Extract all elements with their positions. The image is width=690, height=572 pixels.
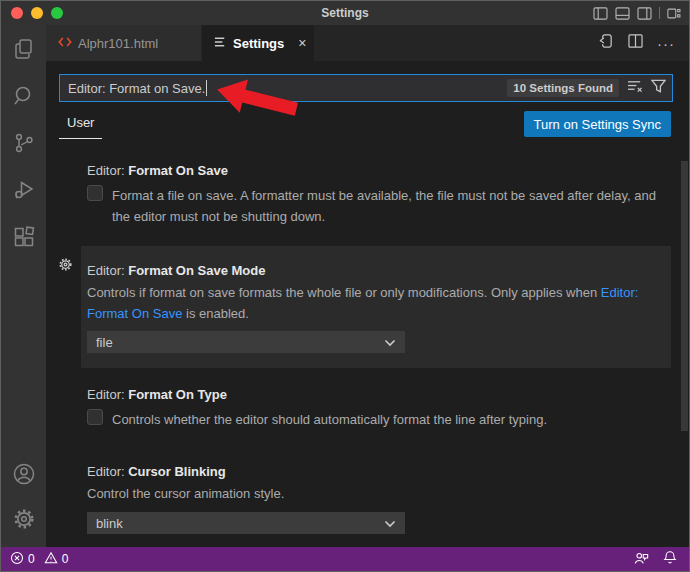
text-cursor [206,80,207,96]
setting-description: Controls whether the editor should autom… [112,409,547,430]
activity-bar [1,25,46,547]
manage-gear-icon[interactable] [12,507,36,531]
tab-alphr101[interactable]: Alphr101.html [46,25,202,61]
setting-title: Editor: Format On Save [87,163,659,178]
setting-description: Format a file on save. A formatter must … [112,185,657,227]
close-tab-icon[interactable]: × [298,35,306,51]
traffic-lights [1,7,63,19]
setting-title: Editor: Format On Type [87,387,659,402]
error-icon [10,551,24,568]
settings-sync-button[interactable]: Turn on Settings Sync [524,111,671,137]
problems-indicator[interactable]: 0 0 [1,551,73,568]
source-control-icon[interactable] [12,131,36,155]
warning-icon [44,551,58,568]
status-bar: 0 0 [1,547,689,571]
tab-bar: Alphr101.html Settings × ··· [46,25,689,61]
window-title: Settings [1,6,689,20]
chevron-down-icon [384,516,396,531]
search-query-text: Editor: Format on Save. [60,81,205,96]
customize-layout-icon[interactable] [667,7,681,20]
html-file-icon [58,36,72,51]
account-icon[interactable] [12,462,36,486]
setting-description: Control the cursor animation style. [87,483,659,504]
format-on-type-checkbox[interactable] [87,409,103,425]
filter-icon[interactable] [651,79,666,97]
more-actions-icon[interactable]: ··· [657,35,675,52]
setting-row-cursor-blinking: Editor: Cursor Blinking Control the curs… [87,464,659,534]
format-on-save-mode-dropdown[interactable]: file [87,331,405,353]
warning-count: 0 [62,552,69,566]
tab-label: Settings [233,36,284,51]
settings-list: Editor: Format On Save Format a file on … [46,159,689,547]
cursor-blinking-dropdown[interactable]: blink [87,512,405,534]
results-count-badge: 10 Settings Found [507,79,619,97]
notifications-bell-icon[interactable] [663,550,677,568]
toggle-panel-icon[interactable] [615,7,630,20]
setting-row-format-on-save-mode: Editor: Format On Save Mode Controls if … [81,246,671,368]
settings-editor: Editor: Format on Save. 10 Settings Foun… [46,61,689,547]
tab-settings[interactable]: Settings × [202,25,314,61]
format-on-save-checkbox[interactable] [87,185,103,201]
toggle-sidebar-icon[interactable] [593,7,608,20]
settings-scope-row: User Turn on Settings Sync [46,109,689,143]
clear-search-icon[interactable] [627,79,643,97]
chevron-down-icon [384,335,396,350]
titlebar-divider [659,7,660,19]
setting-description: Controls if format on save formats the w… [87,282,647,324]
search-icon[interactable] [12,84,36,108]
feedback-icon[interactable] [633,551,649,568]
vertical-scrollbar[interactable] [681,161,688,431]
vscode-window: Settings [0,0,690,572]
settings-search-input[interactable]: Editor: Format on Save. 10 Settings Foun… [59,74,673,102]
tab-label: Alphr101.html [78,36,158,51]
setting-title: Editor: Cursor Blinking [87,464,659,479]
run-debug-icon[interactable] [12,178,36,202]
error-count: 0 [28,552,35,566]
open-settings-json-icon[interactable] [597,33,614,54]
tab-user-scope[interactable]: User [59,115,102,139]
minimize-window-button[interactable] [31,7,43,19]
setting-title: Editor: Format On Save Mode [87,263,671,278]
toggle-secondary-sidebar-icon[interactable] [637,7,652,20]
extensions-icon[interactable] [12,225,36,249]
titlebar: Settings [1,1,689,25]
settings-editor-icon [214,36,227,51]
setting-row-format-on-type: Editor: Format On Type Controls whether … [87,387,659,430]
setting-gear-icon[interactable] [58,257,73,276]
explorer-icon[interactable] [12,37,36,61]
zoom-window-button[interactable] [51,7,63,19]
close-window-button[interactable] [11,7,23,19]
setting-row-format-on-save: Editor: Format On Save Format a file on … [87,163,659,227]
split-editor-icon[interactable] [628,34,643,52]
